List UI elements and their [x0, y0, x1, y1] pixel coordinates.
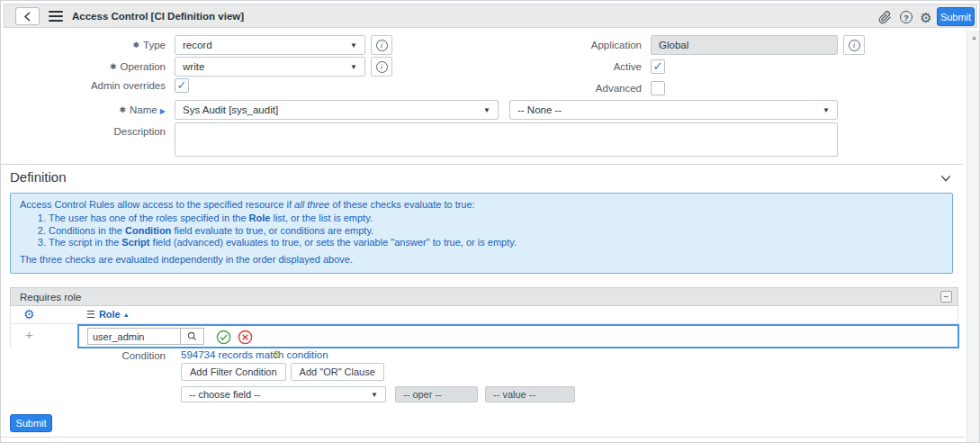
advanced-label: Advanced — [469, 81, 642, 95]
footer-divider — [1, 437, 966, 438]
application-label: Application — [469, 35, 642, 55]
role-edit-cell — [77, 324, 959, 348]
value-field-disabled: -- value -- — [485, 386, 575, 402]
name-select[interactable]: Sys Audit [sys_audit]▼ — [175, 100, 499, 120]
role-edit-row: + — [11, 324, 958, 348]
admin-overrides-checkbox[interactable]: ✓ — [175, 78, 189, 93]
required-icon: ✱ — [110, 62, 117, 71]
info-icon: i — [849, 40, 860, 51]
application-field[interactable]: Global — [651, 35, 838, 55]
add-or-clause-button[interactable]: Add "OR" Clause — [291, 363, 384, 381]
help-icon[interactable]: ? — [898, 9, 914, 25]
requires-role-header: Requires role − — [10, 287, 958, 306]
search-icon — [187, 331, 197, 341]
collapse-list-button[interactable]: − — [940, 291, 952, 303]
submit-button-header[interactable]: Submit — [937, 7, 975, 26]
access-control-form-page: Access Control [CI Definition view] ? ⚙ … — [0, 0, 980, 443]
related-field-select[interactable]: -- None --▼ — [509, 100, 838, 120]
x-circle-icon — [238, 330, 253, 345]
advanced-checkbox[interactable] — [651, 81, 665, 95]
more-info-link[interactable]: More Info — [20, 272, 61, 275]
caret-down-icon: ▼ — [483, 106, 490, 114]
caret-down-icon: ▼ — [823, 106, 830, 114]
attachment-icon[interactable] — [877, 9, 893, 25]
operation-select[interactable]: write▼ — [175, 57, 365, 77]
submit-button-footer[interactable]: Submit — [10, 414, 52, 432]
access-control-info-box: Access Control Rules allow access to the… — [10, 193, 953, 274]
caret-down-icon: ▼ — [371, 391, 378, 399]
settings-gear-icon[interactable]: ⚙ — [918, 9, 934, 25]
definition-section-title: Definition — [10, 169, 67, 185]
type-label: ✱Type — [1, 35, 166, 56]
vertical-scrollbar[interactable]: ▲ — [967, 31, 980, 443]
operator-field-disabled: -- oper -- — [395, 386, 478, 402]
name-label: ✱Name ▶ — [1, 100, 166, 122]
records-match-link[interactable]: 594734 records match condition — [181, 349, 328, 360]
add-filter-condition-button[interactable]: Add Filter Condition — [181, 363, 286, 381]
description-label: Description — [1, 125, 166, 138]
check-circle-icon — [216, 330, 231, 345]
chevron-left-icon — [23, 12, 31, 22]
caret-down-icon: ▼ — [350, 41, 357, 50]
add-row-plus-icon[interactable]: + — [25, 328, 33, 341]
caret-down-icon: ▼ — [350, 63, 357, 71]
info-icon: i — [376, 61, 388, 73]
check-icon: ✓ — [653, 60, 663, 72]
info-rule-1: The user has one of the roles specified … — [49, 212, 943, 225]
description-textarea[interactable] — [175, 122, 838, 157]
operation-label: ✱Operation — [1, 57, 166, 77]
active-checkbox[interactable]: ✓ — [651, 59, 665, 74]
role-lookup-button[interactable] — [181, 328, 204, 345]
info-rule-2: Conditions in the Condition field evalua… — [49, 225, 943, 238]
section-divider — [1, 164, 963, 165]
page-title: Access Control [CI Definition view] — [72, 5, 244, 29]
condition-builder-toggle-icon[interactable]: ⚙ — [272, 349, 282, 360]
menu-icon[interactable] — [49, 11, 63, 22]
check-icon: ✓ — [177, 79, 187, 91]
back-button[interactable] — [15, 7, 40, 25]
required-icon: ✱ — [119, 105, 126, 114]
choose-field-select[interactable]: -- choose field --▼ — [181, 386, 386, 402]
reference-expand-icon[interactable]: ▶ — [160, 107, 166, 115]
required-icon: ✱ — [133, 41, 140, 50]
requires-role-section: Requires role − ⚙ ☰Role▲ + — [10, 287, 958, 348]
type-info-button[interactable]: i — [371, 35, 392, 55]
list-column-header-row: ⚙ ☰Role▲ — [11, 306, 958, 324]
cancel-row-button[interactable] — [238, 330, 253, 345]
condition-label: Condition — [1, 349, 166, 362]
scroll-up-arrow-icon[interactable]: ▲ — [967, 34, 980, 41]
form-header-bar: Access Control [CI Definition view] ? ⚙ … — [4, 4, 977, 28]
info-rule-3: The script in the Script field (advanced… — [49, 237, 943, 249]
active-label: Active — [469, 59, 642, 74]
admin-overrides-label: Admin overrides — [1, 78, 166, 93]
application-info-button[interactable]: i — [843, 35, 865, 55]
column-menu-icon: ☰ — [86, 309, 95, 320]
operation-info-button[interactable]: i — [371, 57, 392, 77]
collapse-section-chevron-icon[interactable] — [939, 171, 953, 185]
info-icon: i — [376, 40, 388, 51]
type-select[interactable]: record▼ — [175, 35, 365, 55]
save-row-button[interactable] — [216, 330, 231, 345]
personalize-list-gear-icon[interactable]: ⚙ — [23, 308, 35, 321]
role-input[interactable] — [87, 328, 181, 345]
sort-ascending-icon: ▲ — [123, 312, 130, 318]
role-column-header[interactable]: ☰Role▲ — [86, 309, 130, 321]
